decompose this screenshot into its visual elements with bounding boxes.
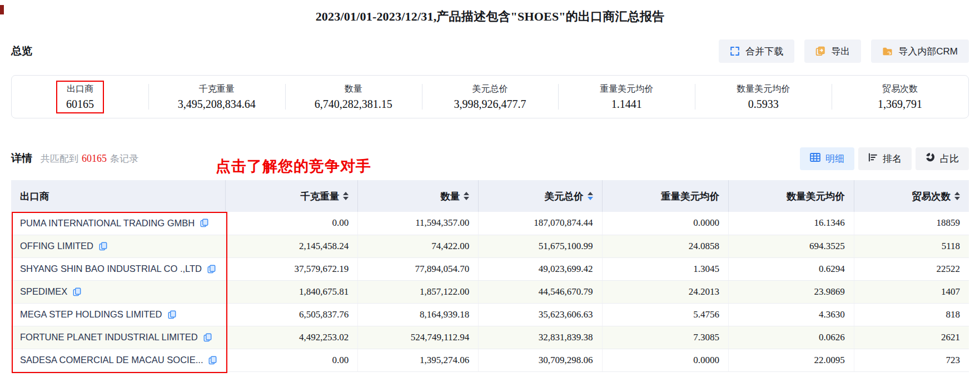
column-header-label: 数量	[440, 190, 460, 203]
stat-inner: 千克重量3,495,208,834.64	[169, 82, 265, 112]
table-row: OFFING LIMITED2,145,458.2474,422.0051,67…	[11, 235, 969, 257]
export-icon	[815, 46, 825, 56]
exporter-name[interactable]: MEGA STEP HOLDINGS LIMITED	[20, 309, 162, 320]
sort-desc-icon	[464, 197, 469, 200]
column-header[interactable]: 贸易次数	[854, 180, 969, 212]
value-cell: 5.4756	[602, 303, 728, 326]
value-cell: 24.2013	[602, 280, 728, 303]
value-cell: 22.0095	[728, 349, 854, 371]
stat-value: 1.1441	[611, 98, 642, 111]
stat-highlight-box: 出口商60165	[56, 81, 104, 113]
value-cell: 2,145,458.24	[226, 235, 358, 257]
view-tabs: 明细排名占比	[800, 147, 969, 170]
copy-icon[interactable]	[73, 287, 81, 296]
export-report-page: 2023/01/01-2023/12/31,产品描述包含"SHOES"的出口商汇…	[0, 0, 980, 387]
action-buttons: 合并下载导出导入内部CRM	[719, 39, 969, 63]
table-row: SPEDIMEX1,840,675.811,857,122.0044,546,6…	[11, 280, 969, 303]
value-cell: 7.3085	[602, 326, 728, 349]
view-tab-table-grid[interactable]: 明细	[800, 147, 854, 170]
value-cell: 1,395,274.06	[358, 349, 479, 371]
view-tab-label: 占比	[940, 152, 959, 165]
match-suffix: 条记录	[110, 153, 138, 164]
stat-cell: 数量6,740,282,381.15	[285, 76, 422, 118]
value-cell: 35,623,606.63	[479, 303, 602, 326]
competitor-annotation-text: 点击了解您的竞争对手	[216, 156, 371, 176]
view-tab-ranking-bars[interactable]: 排名	[858, 147, 912, 170]
value-cell: 23.9869	[728, 280, 854, 303]
exporter-name[interactable]: FORTUNE PLANET INDUSTRIAL LIMITED	[20, 332, 198, 343]
action-button-merge-download[interactable]: 合并下载	[719, 39, 794, 63]
stat-cell: 数量美元均价0.5933	[695, 76, 832, 118]
table-row: SADESA COMERCIAL DE MACAU SOCIE...0.001,…	[11, 349, 969, 371]
column-header[interactable]: 美元总价	[479, 180, 602, 212]
view-tab-donut-chart[interactable]: 占比	[916, 147, 969, 170]
stat-inner: 贸易次数1,369,791	[869, 82, 931, 112]
value-cell: 0.0000	[602, 212, 728, 235]
table-row: FORTUNE PLANET INDUSTRIAL LIMITED4,492,2…	[11, 326, 969, 349]
value-cell: 4.3630	[728, 303, 854, 326]
match-prefix: 共匹配到	[41, 153, 78, 164]
value-cell: 0.0000	[602, 349, 728, 371]
value-cell: 32,831,839.38	[479, 326, 602, 349]
value-cell: 6,505,837.76	[226, 303, 358, 326]
stat-value: 1,369,791	[878, 98, 922, 111]
stat-cell: 贸易次数1,369,791	[832, 76, 968, 118]
value-cell: 30,709,298.06	[479, 349, 602, 371]
column-header[interactable]: 数量	[358, 180, 479, 212]
value-cell: 723	[854, 349, 969, 371]
exporter-name[interactable]: SPEDIMEX	[20, 286, 67, 297]
action-button-import-crm[interactable]: 导入内部CRM	[871, 39, 969, 63]
exporter-name[interactable]: SADESA COMERCIAL DE MACAU SOCIE...	[20, 355, 203, 365]
report-title-bar: 2023/01/01-2023/12/31,产品描述包含"SHOES"的出口商汇…	[11, 0, 969, 25]
detail-section-head: 详情 共匹配到60165条记录 点击了解您的竞争对手 明细排名占比	[11, 146, 969, 171]
stat-label: 贸易次数	[882, 83, 918, 95]
donut-chart-icon	[926, 152, 935, 165]
table-header-row: 出口商千克重量数量美元总价重量美元均价数量美元均价贸易次数	[11, 180, 969, 212]
exporter-cell: SPEDIMEX	[11, 280, 226, 303]
copy-icon[interactable]	[200, 219, 208, 227]
ranking-bars-icon	[868, 153, 878, 165]
exporter-cell: SHYANG SHIN BAO INDUSTRIAL CO .,LTD	[11, 257, 226, 280]
sort-arrows-icon[interactable]	[343, 192, 349, 200]
column-header-label: 出口商	[20, 190, 49, 203]
value-cell: 694.3525	[728, 235, 854, 257]
value-cell: 5118	[854, 235, 969, 257]
stat-cell: 重量美元均价1.1441	[558, 76, 695, 118]
value-cell: 0.00	[226, 212, 358, 235]
action-button-label: 导出	[831, 45, 850, 58]
stat-inner: 美元总价3,998,926,477.7	[445, 82, 535, 112]
exporter-name[interactable]: SHYANG SHIN BAO INDUSTRIAL CO .,LTD	[20, 264, 202, 274]
view-tab-label: 排名	[883, 152, 902, 165]
value-cell: 0.00	[226, 349, 358, 371]
action-button-export[interactable]: 导出	[804, 39, 861, 63]
value-cell: 2621	[854, 326, 969, 349]
sort-arrows-icon[interactable]	[954, 192, 960, 200]
exporter-cell: FORTUNE PLANET INDUSTRIAL LIMITED	[11, 326, 226, 349]
copy-icon[interactable]	[99, 242, 107, 251]
value-cell: 1,840,675.81	[226, 280, 358, 303]
column-header[interactable]: 千克重量	[226, 180, 358, 212]
sort-desc-icon	[343, 197, 349, 200]
column-header-inner: 重量美元均价	[611, 190, 719, 203]
exporter-name[interactable]: PUMA INTERNATIONAL TRADING GMBH	[20, 218, 195, 229]
sort-arrows-icon[interactable]	[464, 192, 469, 200]
value-cell: 37,579,672.19	[226, 257, 358, 280]
sort-asc-icon	[954, 192, 960, 195]
value-cell: 49,023,699.42	[479, 257, 602, 280]
view-tab-label: 明细	[825, 152, 844, 165]
exporter-name[interactable]: OFFING LIMITED	[20, 241, 93, 251]
copy-icon[interactable]	[203, 333, 212, 342]
copy-icon[interactable]	[207, 265, 216, 274]
stat-label: 千克重量	[199, 83, 235, 95]
screen-corner-artifact	[0, 5, 4, 14]
sort-arrows-icon[interactable]	[588, 192, 593, 200]
copy-icon[interactable]	[208, 356, 217, 365]
exporter-table: 出口商千克重量数量美元总价重量美元均价数量美元均价贸易次数 PUMA INTER…	[11, 180, 969, 372]
copy-icon[interactable]	[168, 310, 176, 319]
value-cell: 44,546,670.79	[479, 280, 602, 303]
value-cell: 51,675,100.99	[479, 235, 602, 257]
exporter-cell-inner: PUMA INTERNATIONAL TRADING GMBH	[20, 218, 216, 229]
stat-inner: 重量美元均价1.1441	[591, 82, 662, 112]
exporter-cell: SADESA COMERCIAL DE MACAU SOCIE...	[11, 349, 226, 371]
match-record-text: 共匹配到60165条记录	[41, 152, 138, 165]
